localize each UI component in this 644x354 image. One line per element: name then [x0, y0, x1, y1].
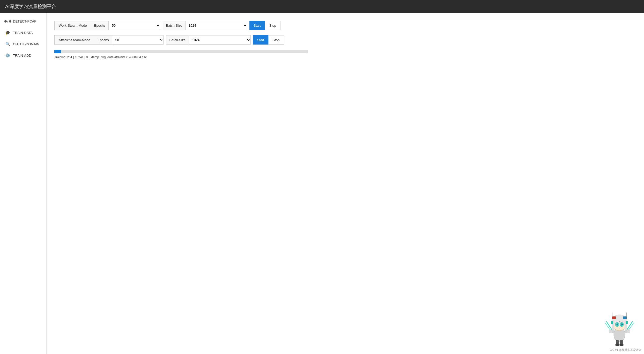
sidebar-item-train-data[interactable]: 🎓 TRAIN-DATA: [0, 27, 46, 38]
sidebar-item-train-add[interactable]: ⚙️ TRAIN-ADD: [0, 50, 46, 61]
attack-epochs-select[interactable]: 50 100 200: [112, 35, 164, 45]
app-title: AI深度学习流量检测平台: [5, 3, 56, 10]
progress-container: [54, 50, 308, 53]
attack-batch-select[interactable]: 1024 512 256: [189, 35, 251, 45]
attack-steam-mode-label: Attack?-Steam-Mode: [54, 35, 94, 45]
svg-rect-18: [612, 316, 616, 319]
search-icon: 🔍: [5, 41, 10, 47]
sidebar-item-detect-pcap[interactable]: DETECT-PCAP: [0, 16, 46, 27]
attack-steam-row: Attack?-Steam-Mode Epochs 50 100 200 Bat…: [54, 35, 636, 45]
binoculars-icon: [5, 19, 10, 24]
sidebar-label-train-data: TRAIN-DATA: [13, 31, 33, 35]
character-svg: ✕: [603, 305, 636, 346]
training-status-text: Training: 251 | 10241 | 0 | ./temp_pkg_d…: [54, 55, 636, 59]
sidebar-label-check-domain: CHECK-DOMAIN: [13, 42, 39, 46]
hat-icon: 🎓: [5, 30, 10, 35]
work-stop-button[interactable]: Stop: [265, 21, 281, 30]
attack-epochs-label: Epochs: [94, 35, 112, 45]
main-layout: DETECT-PCAP 🎓 TRAIN-DATA 🔍 CHECK-DOMAIN …: [0, 13, 644, 354]
work-start-button[interactable]: Start: [249, 21, 265, 30]
attack-batch-label: Batch-Size: [166, 35, 189, 45]
svg-point-2: [612, 315, 627, 325]
sidebar: DETECT-PCAP 🎓 TRAIN-DATA 🔍 CHECK-DOMAIN …: [0, 13, 47, 354]
decorative-character: ✕: [603, 305, 636, 346]
work-steam-mode-label: Work-Steam-Mode: [54, 21, 91, 30]
svg-point-24: [615, 344, 619, 346]
work-batch-label: Batch-Size: [163, 21, 185, 30]
svg-text:✕: ✕: [619, 321, 620, 323]
svg-point-12: [621, 324, 622, 324]
svg-rect-6: [626, 321, 628, 324]
progress-bar: [54, 50, 61, 53]
work-epochs-select[interactable]: 50 100 200: [108, 21, 160, 30]
sidebar-label-train-add: TRAIN-ADD: [13, 54, 31, 57]
content-area: Work-Steam-Mode Epochs 50 100 200 Batch-…: [47, 13, 644, 354]
svg-rect-20: [623, 316, 627, 319]
footer-watermark: CSDN @我重来不设计者: [610, 348, 641, 352]
sidebar-label-detect-pcap: DETECT-PCAP: [13, 19, 36, 23]
gear-icon: ⚙️: [5, 53, 10, 58]
attack-stop-button[interactable]: Stop: [268, 35, 284, 45]
attack-start-button[interactable]: Start: [253, 35, 268, 45]
work-epochs-label: Epochs: [91, 21, 108, 30]
sidebar-item-check-domain[interactable]: 🔍 CHECK-DOMAIN: [0, 38, 46, 50]
work-batch-select[interactable]: 1024 512 256: [185, 21, 247, 30]
svg-rect-5: [611, 321, 613, 324]
svg-point-11: [616, 324, 617, 324]
header: AI深度学习流量检测平台: [0, 0, 644, 13]
work-steam-row: Work-Steam-Mode Epochs 50 100 200 Batch-…: [54, 21, 636, 30]
svg-point-25: [619, 344, 624, 346]
